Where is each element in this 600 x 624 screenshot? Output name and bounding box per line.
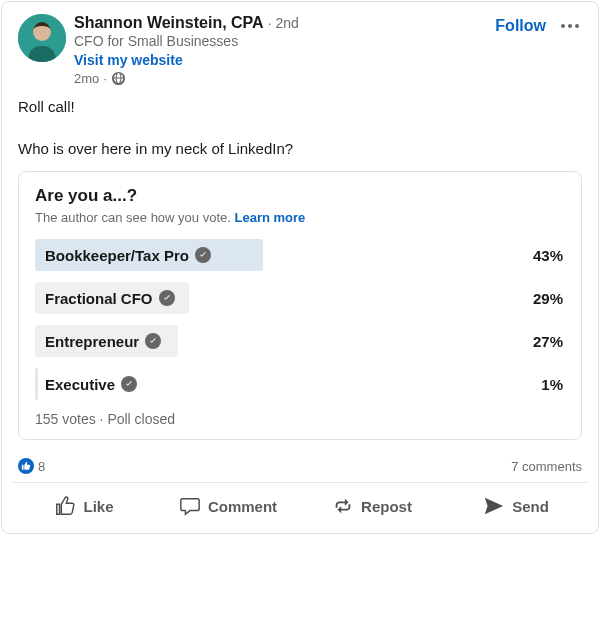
comments-count[interactable]: 7 comments (511, 459, 582, 474)
reaction-count[interactable]: 8 (38, 459, 45, 474)
globe-icon (111, 71, 126, 86)
comment-button[interactable]: Comment (156, 485, 300, 527)
check-icon (159, 290, 175, 306)
poll-option-pct: 43% (533, 247, 565, 264)
svg-point-4 (575, 24, 579, 28)
author-info: Shannon Weinstein, CPA · 2nd CFO for Sma… (74, 14, 495, 86)
poll-option[interactable]: Executive 1% (35, 368, 565, 400)
post-header: Shannon Weinstein, CPA · 2nd CFO for Sma… (2, 14, 598, 86)
website-link[interactable]: Visit my website (74, 50, 495, 70)
poll-option-pct: 29% (533, 290, 565, 307)
author-name[interactable]: Shannon Weinstein, CPA (74, 14, 264, 32)
post-card: Shannon Weinstein, CPA · 2nd CFO for Sma… (1, 1, 599, 534)
poll-question: Are you a...? (35, 186, 565, 206)
poll-option-label: Fractional CFO (35, 290, 175, 307)
poll-option-label: Entrepreneur (35, 333, 161, 350)
connection-degree: · 2nd (268, 15, 299, 31)
send-icon (483, 495, 505, 517)
actions-bar: Like Comment Repost Send (12, 482, 588, 533)
like-icon (54, 495, 76, 517)
svg-point-3 (568, 24, 572, 28)
post-time: 2mo (74, 71, 99, 86)
social-counts: 8 7 comments (2, 452, 598, 478)
repost-button[interactable]: Repost (300, 485, 444, 527)
check-icon (145, 333, 161, 349)
poll-option-pct: 27% (533, 333, 565, 350)
poll-option[interactable]: Bookkeeper/Tax Pro 43% (35, 239, 565, 271)
poll-option-label: Executive (35, 376, 137, 393)
more-options-icon[interactable] (558, 14, 582, 38)
like-button[interactable]: Like (12, 485, 156, 527)
check-icon (195, 247, 211, 263)
poll-footer: 155 votes · Poll closed (35, 411, 565, 427)
poll-option[interactable]: Entrepreneur 27% (35, 325, 565, 357)
follow-button[interactable]: Follow (495, 17, 546, 35)
repost-icon (332, 495, 354, 517)
send-button[interactable]: Send (444, 485, 588, 527)
poll-subtext: The author can see how you vote. Learn m… (35, 210, 565, 225)
learn-more-link[interactable]: Learn more (234, 210, 305, 225)
author-avatar[interactable] (18, 14, 66, 62)
post-meta: 2mo · (74, 71, 495, 86)
poll-option[interactable]: Fractional CFO 29% (35, 282, 565, 314)
svg-point-2 (561, 24, 565, 28)
poll-options: Bookkeeper/Tax Pro 43% Fractional CFO 29… (35, 239, 565, 400)
poll-option-label: Bookkeeper/Tax Pro (35, 247, 211, 264)
poll-option-check (121, 376, 137, 392)
poll-card: Are you a...? The author can see how you… (18, 171, 582, 440)
poll-option-pct: 1% (541, 376, 565, 393)
like-reaction-icon[interactable] (18, 458, 34, 474)
author-headline: CFO for Small Businesses (74, 32, 495, 50)
post-body: Roll call! Who is over here in my neck o… (2, 86, 598, 167)
comment-icon (179, 495, 201, 517)
